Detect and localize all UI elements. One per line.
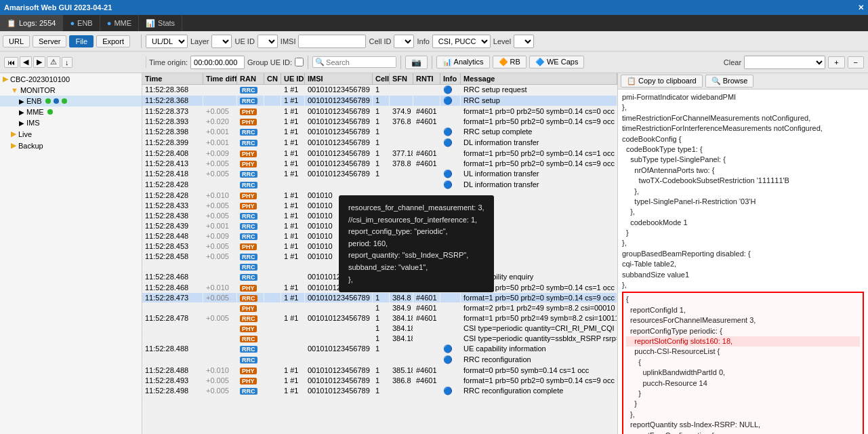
td-sfn: 384.18 bbox=[390, 313, 413, 323]
table-row[interactable]: 11:52:28.368 RRC 1 #1 001010123456789 1 … bbox=[142, 96, 617, 106]
level-select[interactable] bbox=[514, 35, 534, 48]
tab-mme[interactable]: ● MME bbox=[100, 15, 139, 31]
tab-stats[interactable]: 📊 Stats bbox=[139, 15, 182, 31]
td-sfn: 377.18 bbox=[390, 149, 413, 158]
td-imsi: 001010123456789 bbox=[305, 344, 373, 354]
sidebar-item-mme[interactable]: ▶ MME bbox=[0, 106, 142, 117]
td-ran: RRC bbox=[237, 344, 264, 354]
sidebar-item-enb[interactable]: ▶ ENB bbox=[0, 96, 142, 106]
hl-line: reportFreqConfiguration { bbox=[626, 431, 860, 435]
td-msg: format=1 prb=50 prb2=0 symb=0.14 cs=9 oc… bbox=[461, 159, 617, 168]
analytics-button[interactable]: 📊 Analytics bbox=[436, 56, 489, 68]
rb-button[interactable]: 🔶 RB bbox=[493, 56, 526, 68]
table-row[interactable]: 11:52:28.408 +0.009 PHY 1 #1 00101012345… bbox=[142, 149, 617, 159]
hl-line: pucch-CSI-ResourceList { bbox=[626, 347, 860, 357]
browse-button[interactable]: 🔍 Browse bbox=[705, 75, 754, 87]
td-sfn: 384.8 bbox=[390, 293, 413, 302]
td-time: 11:52:28.488 bbox=[142, 344, 203, 354]
td-ueid bbox=[281, 334, 305, 343]
clear-minus-button[interactable]: − bbox=[848, 56, 864, 68]
ran-badge: RRC bbox=[240, 274, 257, 281]
rpc-line: timeRestrictionForChannelMeasurements no… bbox=[622, 113, 864, 123]
imsi-input[interactable] bbox=[298, 35, 366, 48]
table-row[interactable]: 11:52:28.413 +0.005 PHY 1 #1 00101012345… bbox=[142, 159, 617, 169]
nav-back[interactable]: ◀ bbox=[20, 56, 32, 68]
table-row[interactable]: 11:52:28.488 RRC 001010123456789 1 🔵 UE … bbox=[142, 344, 617, 355]
ran-badge: RRC bbox=[240, 254, 257, 260]
ul-dl-select[interactable]: UL/DLULDL bbox=[146, 35, 188, 48]
td-rnti: #4601 bbox=[413, 366, 440, 375]
export-button[interactable]: Export bbox=[96, 35, 130, 47]
time-origin-input[interactable] bbox=[190, 56, 245, 69]
rpc-line: pmi-FormatIndicator widebandPMI bbox=[622, 92, 864, 102]
tabbar: 📋 Logs: 2554 ● ENB ● MME 📊 Stats bbox=[0, 15, 868, 31]
table-row[interactable]: 11:52:28.428 RRC 🔵 DL information transf… bbox=[142, 180, 617, 191]
table-row[interactable]: 11:52:28.418 +0.005 RRC 1 #1 00101012345… bbox=[142, 169, 617, 180]
camera-button[interactable]: 📷 bbox=[405, 56, 428, 69]
table-row[interactable]: 11:52:28.498 +0.005 RRC 1 #1 00101012345… bbox=[142, 386, 617, 397]
table-row[interactable]: 11:52:28.493 +0.005 PHY 1 #1 00101012345… bbox=[142, 376, 617, 386]
search-input[interactable] bbox=[326, 58, 394, 66]
ue-id-select[interactable] bbox=[257, 35, 278, 48]
nav-down[interactable]: ↓ bbox=[62, 57, 73, 68]
sidebar-item-ims[interactable]: ▶ IMS bbox=[0, 117, 142, 128]
td-imsi: 001010123456789 bbox=[305, 149, 373, 158]
table-row[interactable]: RRC 1 384.18 CSI type=periodic quantity=… bbox=[142, 334, 617, 344]
clear-select[interactable] bbox=[744, 56, 825, 69]
td-timediff bbox=[203, 303, 237, 313]
clear-plus-button[interactable]: + bbox=[828, 56, 844, 68]
copy-to-clipboard-button[interactable]: 📋 Copy to clipboard bbox=[621, 75, 703, 87]
td-ueid: 1 #1 bbox=[281, 159, 305, 168]
td-timediff: +0.001 bbox=[203, 127, 237, 137]
td-imsi: 001010123456789 bbox=[305, 313, 373, 323]
file-button[interactable]: File bbox=[69, 35, 94, 47]
td-timediff bbox=[203, 344, 237, 354]
tab-logs[interactable]: 📋 Logs: 2554 bbox=[0, 15, 63, 31]
td-info bbox=[440, 159, 461, 168]
sidebar-root[interactable]: ▶ CBC-2023010100 bbox=[0, 73, 142, 85]
hl-line-highlight: reportSlotConfig slots160: 18, bbox=[626, 336, 860, 347]
td-info: 🔵 bbox=[440, 386, 461, 396]
td-ueid: 1 #1 bbox=[281, 127, 305, 137]
table-row[interactable]: RRC 🔵 RRC reconfiguration bbox=[142, 355, 617, 366]
highlight-section: { reportConfigId 1, resourcesForChannelM… bbox=[622, 292, 864, 434]
table-row[interactable]: 11:52:28.473 +0.005 RRC 1 #1 00101012345… bbox=[142, 293, 617, 303]
td-ran: PHY bbox=[237, 106, 264, 116]
sidebar-item-monitor[interactable]: ▼ MONITOR bbox=[0, 85, 142, 96]
td-imsi: 001010123456789 bbox=[305, 106, 373, 116]
table-row[interactable]: 11:52:28.398 +0.001 RRC 1 #1 00101012345… bbox=[142, 127, 617, 138]
info-select[interactable]: CSI, PUCC bbox=[432, 35, 491, 48]
sidebar-item-backup[interactable]: ▶ Backup bbox=[0, 140, 142, 151]
table-row[interactable]: 11:52:28.399 +0.001 RRC 1 #1 00101012345… bbox=[142, 138, 617, 149]
logs-tab-icon: 📋 bbox=[7, 19, 16, 28]
nav-fwd[interactable]: ▶ bbox=[33, 56, 45, 68]
td-info: 🔵 bbox=[440, 180, 461, 190]
table-row[interactable]: 11:52:28.393 +0.020 PHY 1 #1 00101012345… bbox=[142, 117, 617, 127]
table-row[interactable]: 11:52:28.368 RRC 1 #1 001010123456789 1 … bbox=[142, 85, 617, 96]
close-button[interactable]: ✕ bbox=[858, 3, 864, 12]
td-rnti bbox=[413, 169, 440, 179]
table-row[interactable]: 11:52:28.478 +0.005 RRC 1 #1 00101012345… bbox=[142, 313, 617, 323]
info-icon: 🔵 bbox=[443, 355, 453, 363]
ue-caps-button[interactable]: 🔷 WE Caps bbox=[529, 56, 585, 68]
td-rnti: #4601 bbox=[413, 117, 440, 126]
nav-back-back[interactable]: ⏮ bbox=[4, 57, 18, 68]
cell-id-select[interactable] bbox=[394, 35, 414, 48]
group-ue-id-checkbox[interactable] bbox=[295, 58, 304, 66]
nav-warn[interactable]: ⚠ bbox=[47, 56, 60, 68]
url-button[interactable]: URL bbox=[3, 35, 30, 47]
layer-select[interactable] bbox=[211, 35, 232, 48]
info-icon: 🔵 bbox=[443, 180, 453, 189]
hl-line: } bbox=[626, 399, 860, 409]
td-time: 11:52:28.493 bbox=[142, 376, 203, 385]
table-row[interactable]: 11:52:28.373 +0.005 PHY 1 #1 00101012345… bbox=[142, 106, 617, 117]
server-button[interactable]: Server bbox=[33, 35, 66, 47]
enb-status-blue bbox=[54, 98, 59, 104]
sidebar-item-live[interactable]: ▶ Live bbox=[0, 128, 142, 140]
clear-label: Clear bbox=[724, 58, 741, 66]
rpc-line: codebookMode 1 bbox=[622, 218, 864, 228]
table-row[interactable]: 11:52:28.488 +0.010 PHY 1 #1 00101012345… bbox=[142, 366, 617, 376]
tab-enb[interactable]: ● ENB bbox=[63, 15, 100, 31]
table-row[interactable]: PHY 1 384.9 #4601 format=2 prb=1 prb2=49… bbox=[142, 303, 617, 313]
table-row[interactable]: PHY 1 384.18 CSI type=periodic quantity=… bbox=[142, 323, 617, 334]
